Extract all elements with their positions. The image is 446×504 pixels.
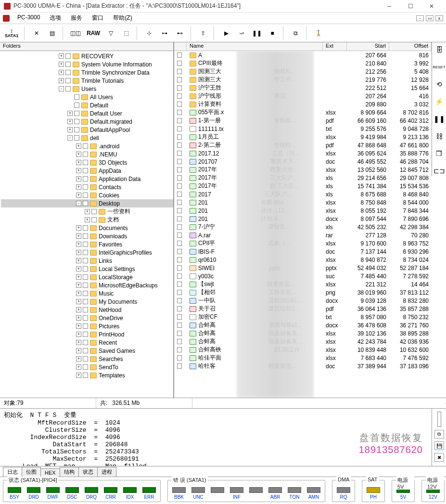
- checkbox[interactable]: [83, 364, 88, 370]
- file-row[interactable]: 201统计（12...xlsx8 055 1927 848 344: [174, 207, 432, 215]
- checkbox[interactable]: [177, 118, 182, 123]
- report-icon[interactable]: ▤: [45, 26, 59, 40]
- tree-row[interactable]: +IntelGraphicsProfiles: [1, 248, 173, 257]
- checkbox[interactable]: [177, 208, 182, 213]
- socket-icon[interactable]: ⊏⊐: [434, 166, 445, 176]
- maximize-button[interactable]: ☐: [400, 0, 421, 12]
- col-ext[interactable]: Ext: [323, 42, 347, 51]
- log-scrollbar[interactable]: [437, 412, 441, 427]
- tab[interactable]: 进程: [97, 467, 116, 477]
- expander-icon[interactable]: +: [76, 242, 81, 247]
- expander-icon[interactable]: +: [85, 217, 90, 222]
- file-row[interactable]: 加密CFtxt8 957 0808 750 232: [174, 313, 432, 321]
- checkbox[interactable]: [177, 355, 182, 361]
- menu-item[interactable]: 窗口: [90, 13, 105, 23]
- checkbox[interactable]: [177, 69, 182, 74]
- expander-icon[interactable]: +: [76, 348, 81, 353]
- checkbox[interactable]: [177, 273, 182, 279]
- expander-icon[interactable]: +: [59, 53, 64, 59]
- expander-icon[interactable]: +: [67, 111, 73, 116]
- menu-item[interactable]: 帮助(Z): [111, 13, 134, 23]
- graph2-icon[interactable]: ⊶: [158, 26, 171, 40]
- tree-row[interactable]: +Trimble Tutorials: [1, 77, 173, 85]
- plug-icon[interactable]: ⚡: [434, 96, 445, 107]
- expander-icon[interactable]: +: [59, 62, 64, 67]
- mdi-minimize-icon[interactable]: -: [416, 15, 424, 21]
- expander-icon[interactable]: +: [76, 283, 81, 288]
- checkbox[interactable]: [177, 265, 182, 271]
- checkbox[interactable]: [177, 339, 182, 344]
- tree-row[interactable]: +Favorites: [1, 240, 173, 248]
- tree-row[interactable]: +AppData: [1, 167, 173, 175]
- tree-row[interactable]: +LocalStorage: [1, 273, 173, 281]
- expander-icon[interactable]: +: [67, 127, 73, 132]
- copy-icon[interactable]: ⧉: [289, 26, 302, 40]
- checkbox[interactable]: [83, 152, 88, 157]
- expander-icon[interactable]: +: [76, 160, 81, 165]
- file-row[interactable]: 111111.txtxt9 255 5769 048 728: [174, 125, 432, 133]
- expander-icon[interactable]: +: [76, 233, 81, 239]
- list-header[interactable]: Name Ext Start Offset: [174, 42, 432, 51]
- chain-icon[interactable]: ⛓: [434, 131, 445, 142]
- checkbox[interactable]: [83, 291, 88, 296]
- tree-row[interactable]: +.NEMU: [1, 150, 173, 158]
- tree-row[interactable]: +Music: [1, 289, 173, 297]
- expander-icon[interactable]: +: [76, 364, 81, 370]
- graph3-icon[interactable]: ⊷: [173, 26, 187, 40]
- checkbox[interactable]: [177, 85, 182, 90]
- checkbox[interactable]: [74, 103, 79, 108]
- checkbox[interactable]: [83, 258, 88, 263]
- stack-icon[interactable]: ❐: [434, 148, 445, 159]
- checkbox[interactable]: [177, 110, 182, 115]
- checkbox[interactable]: [177, 126, 182, 131]
- checkbox[interactable]: [83, 143, 88, 149]
- checkbox[interactable]: [177, 314, 182, 320]
- checkbox[interactable]: [177, 241, 182, 246]
- checkbox[interactable]: [65, 86, 71, 91]
- tree-row[interactable]: +Links: [1, 257, 173, 265]
- file-row[interactable]: 哈佳平面xlsx7 683 4407 476 592: [174, 354, 432, 362]
- file-row[interactable]: CPIII最终210 8403 992: [174, 59, 432, 67]
- file-row[interactable]: 国测三大宁工作...219 77612 928: [174, 76, 432, 84]
- checkbox[interactable]: [177, 233, 182, 238]
- tree-row[interactable]: +Application Data: [1, 175, 173, 183]
- checkbox[interactable]: [177, 134, 182, 140]
- file-row[interactable]: A207 664816: [174, 51, 432, 59]
- file-row[interactable]: qr0610xlsx8 940 8728 734 024: [174, 256, 432, 264]
- checkbox[interactable]: [74, 94, 79, 100]
- checkbox[interactable]: [83, 315, 88, 321]
- checkbox[interactable]: [177, 52, 182, 58]
- file-row[interactable]: 合蚌高铁01.20工作...xlsx10 839 44810 632 600: [174, 346, 432, 354]
- expander-icon[interactable]: +: [76, 152, 81, 157]
- menu-item[interactable]: 服务: [69, 13, 84, 23]
- file-row[interactable]: 计算资料209 8803 032: [174, 100, 432, 108]
- expander-icon[interactable]: +: [76, 340, 81, 345]
- checkbox[interactable]: [177, 282, 182, 287]
- tab[interactable]: 状态: [78, 467, 98, 477]
- expander-icon[interactable]: +: [76, 184, 81, 190]
- checkbox[interactable]: [65, 70, 71, 75]
- expander-icon[interactable]: +: [76, 315, 81, 321]
- tree-row[interactable]: +DefaultAppPool: [1, 126, 173, 134]
- file-row[interactable]: 沪宁王胜222 51215 664: [174, 84, 432, 92]
- checkbox[interactable]: [177, 151, 182, 156]
- file-row[interactable]: y003csuc7 485 4407 278 592: [174, 272, 432, 280]
- tree-row[interactable]: +.android: [1, 142, 173, 150]
- pause2-icon[interactable]: ❚❚: [434, 114, 445, 124]
- raw-button[interactable]: RAW: [85, 26, 102, 40]
- tree-row[interactable]: +Trimble Synchronizer Data: [1, 68, 173, 77]
- file-row[interactable]: 关于召建总结和2...pdf36 064 13635 857 288: [174, 305, 432, 313]
- checkbox[interactable]: [83, 201, 88, 206]
- checkbox[interactable]: [177, 323, 182, 328]
- disk-icon[interactable]: 🗄: [434, 44, 445, 55]
- file-row[interactable]: 201计划.d...docx8 097 5447 890 696: [174, 215, 432, 223]
- export-icon[interactable]: ⇪: [196, 26, 210, 40]
- expander-icon[interactable]: -: [76, 201, 81, 206]
- tree-row[interactable]: +Default User: [1, 109, 173, 117]
- mdi-restore-icon[interactable]: ▭: [426, 15, 433, 21]
- tree-row[interactable]: -dell: [1, 134, 173, 142]
- tree-row[interactable]: +SendTo: [1, 363, 173, 371]
- file-row[interactable]: 合蚌高限及设备复...xlsx39 102 13638 895 288: [174, 329, 432, 337]
- file-row[interactable]: 合蚌高测测与基础...docx36 478 60836 271 760: [174, 321, 432, 329]
- checkbox[interactable]: [177, 175, 182, 181]
